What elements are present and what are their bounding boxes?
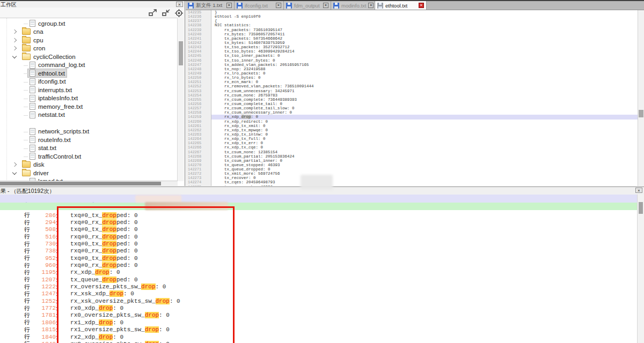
line-text: rx_csum_unnecessary: 34245971 [211, 89, 638, 93]
editor-content[interactable]: 142235}142236ethtool -S enp1s0f0142237{1… [186, 10, 638, 186]
close-tab-icon[interactable]: ✕ [323, 3, 328, 8]
tree-file-cgroup.txt[interactable]: cgroup.txt [0, 19, 178, 28]
line-text: rx_xdp_redirect: 0 [211, 120, 638, 124]
editor-line: 142238NIC statistics: [186, 23, 638, 27]
editor-line: 142259 rx_xdp_drop: 0 [186, 115, 638, 119]
results-vertical-scrollbar[interactable] [637, 195, 644, 343]
editor-line: 142253 rx_csum_unnecessary: 34245971 [186, 89, 638, 93]
line-text: rx_bytes: 735960572057411 [211, 32, 638, 36]
line-text: rx_csum_none: 26759783 [211, 93, 638, 98]
line-text: rx_xdp_tx_cqe: 0 [211, 145, 638, 150]
tree-item-box: driver [20, 169, 50, 177]
tree-file-trafficControl.txt[interactable]: trafficControl.txt [0, 152, 178, 161]
tab-新文件 1.txt[interactable]: 新文件 1.txt✕ [186, 1, 235, 10]
chevron-down-icon[interactable] [12, 170, 17, 175]
close-results-icon[interactable]: ✕ [635, 188, 642, 193]
editor-line: 142265 rx_xdp_tx_err: 0 [186, 141, 638, 145]
tree-file-command_log.txt[interactable]: command_log.txt [0, 61, 178, 70]
editor-vertical-scrollbar-thumb[interactable] [639, 110, 643, 117]
chevron-right-icon[interactable] [12, 38, 17, 42]
tree-folder-cyclicCollection[interactable]: cyclicCollection [0, 53, 178, 61]
file-icon [30, 136, 35, 143]
tab-label: 新文件 1.txt [196, 2, 224, 9]
tree-file-interrupts.txt[interactable]: interrupts.txt [0, 86, 178, 94]
line-number: 142251 [186, 80, 211, 84]
tree-item-label: cgroup.txt [38, 20, 65, 27]
chevron-right-icon[interactable] [12, 162, 17, 167]
workspace-vertical-scrollbar-thumb[interactable] [179, 41, 183, 65]
tab-ethtool.txt[interactable]: ethtool.txt✕ [375, 1, 427, 10]
tab-modinfo.txt[interactable]: modinfo.txt✕ [331, 1, 375, 10]
tree-file-ethtool.txt[interactable]: ethtool.txt [0, 69, 178, 78]
line-number: 142265 [186, 141, 211, 145]
tree-folder-cpu[interactable]: cpu [0, 36, 178, 44]
tab-label: modinfo.txt [341, 3, 366, 9]
locate-current-file-icon[interactable] [175, 9, 183, 17]
line-text: tx_queue_stopped: 46393 [211, 163, 638, 167]
chevron-right-icon[interactable] [12, 29, 17, 34]
row-line-number: 1252 [30, 298, 56, 304]
tree-item-box: disk [20, 161, 46, 168]
tree-item-label: routeInfo.txt [38, 137, 71, 143]
tree-file-iptablesInfo.txt[interactable]: iptablesInfo.txt [0, 94, 178, 103]
row-line-number: 738 [30, 248, 56, 254]
tree-item-box: ethtool.txt [28, 69, 67, 77]
line-text: tx_bytes: 514607839753959 [211, 41, 638, 45]
expand-all-icon[interactable] [148, 9, 157, 17]
tree-item-label: driver [33, 170, 49, 176]
tree-folder-driver[interactable]: driver [0, 169, 178, 177]
tree-item-label: disk [33, 161, 44, 168]
tab-fdm_output[interactable]: fdm_output✕ [284, 1, 331, 10]
tree-item-box: iptablesInfo.txt [28, 94, 79, 102]
line-text: rx_ecn_mark: 0 [211, 80, 638, 84]
chevron-right-icon[interactable] [12, 46, 17, 50]
workspace-tree[interactable]: cgroup.txtcnacpucroncyclicCollectioncomm… [0, 18, 178, 181]
floppy-icon [377, 3, 383, 9]
line-text: tx_packets: 507354668642 [211, 36, 638, 41]
line-text: rx_lro_packets: 0 [211, 71, 638, 76]
tree-folder-disk[interactable]: disk [0, 161, 178, 169]
tree-file-memory_free.txt[interactable]: memory_free.txt [0, 102, 178, 111]
close-tab-icon[interactable]: ✕ [226, 3, 232, 8]
row-line-number: 1806 [30, 319, 56, 326]
workspace-vertical-scrollbar[interactable] [177, 18, 184, 181]
tree-item-box: network_scripts.txt [28, 128, 91, 136]
workspace-horizontal-scrollbar[interactable] [0, 181, 178, 186]
close-tab-icon[interactable]: ✕ [368, 3, 374, 8]
tree-file-network_scripts.txt[interactable]: network_scripts.txt [0, 128, 178, 136]
close-tab-icon[interactable]: ✕ [419, 3, 424, 8]
chevron-down-icon[interactable] [12, 54, 17, 58]
line-number: 142256 [186, 102, 211, 106]
tree-file-ifconfig.txt[interactable]: ifconfig.txt [0, 78, 178, 86]
line-text: tx_csum_none: 12385154 [211, 150, 638, 154]
current-match: drop [241, 115, 251, 119]
line-number: 142238 [186, 23, 211, 27]
line-text: rx_csum_complete: 736449389393 [211, 98, 638, 102]
tree-folder-cna[interactable]: cna [0, 28, 178, 36]
line-number: 142244 [186, 49, 211, 54]
editor-vertical-scrollbar[interactable] [638, 10, 644, 186]
tree-item-box: cron [20, 44, 47, 52]
close-tab-icon[interactable]: ✕ [276, 3, 281, 8]
annotation-rectangle [57, 206, 235, 343]
file-icon [30, 111, 35, 118]
results-title: 结果 - （匹配10192次） [0, 188, 55, 195]
line-number: 142261 [186, 124, 211, 128]
tab-ifconfig.txt[interactable]: ifconfig.txt✕ [235, 1, 284, 10]
editor-line: 142264 rx_xdp_tx_full: 0 [186, 137, 638, 141]
line-text: rx_xdp_drop: 0 [211, 115, 638, 119]
workspace-horizontal-scrollbar-thumb[interactable] [0, 182, 161, 185]
row-line-number: 960 [30, 262, 56, 269]
line-number: 142248 [186, 67, 211, 71]
tree-file-stat.txt[interactable]: stat.txt [0, 144, 178, 153]
tree-file-routeInfo.txt[interactable]: routeInfo.txt [0, 136, 178, 144]
collapse-all-icon[interactable] [162, 9, 171, 17]
folder-icon [22, 28, 31, 35]
close-workspace-icon[interactable]: ✕ [176, 2, 183, 7]
tree-folder-cron[interactable]: cron [0, 44, 178, 53]
row-line-number: 952 [30, 255, 56, 262]
results-vertical-scrollbar-thumb[interactable] [639, 202, 643, 214]
editor-line: 142256 rx_csum_complete_tail: 0 [186, 102, 638, 106]
editor-line: 142252 rx_removed_vlan_packets: 73651009… [186, 84, 638, 88]
tree-file-netstat.txt[interactable]: netstat.txt [0, 111, 178, 120]
